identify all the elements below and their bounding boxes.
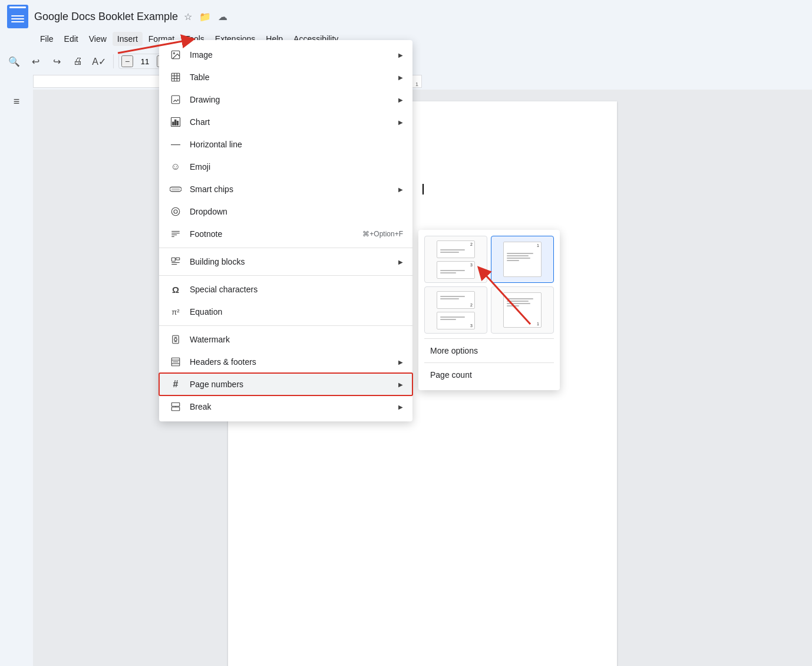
page-number-option-4[interactable]: 1 xyxy=(491,286,554,334)
svg-rect-21 xyxy=(176,258,180,260)
special-characters-icon: Ω xyxy=(169,282,183,296)
menu-item-equation[interactable]: π² Equation xyxy=(159,301,412,323)
star-icon[interactable]: ☆ xyxy=(184,11,192,22)
page-numbers-submenu: 2 3 1 xyxy=(418,230,560,390)
search-button[interactable]: 🔍 xyxy=(5,52,24,71)
equation-icon: π² xyxy=(169,305,183,319)
smart-chips-icon xyxy=(169,182,183,196)
svg-rect-24 xyxy=(173,335,179,344)
cloud-icon[interactable]: ☁ xyxy=(218,11,227,22)
outline-icon[interactable]: ≡ xyxy=(14,95,20,108)
print-button[interactable]: 🖨 xyxy=(68,52,87,71)
headers-footers-arrow: ▶ xyxy=(398,359,403,365)
footnote-shortcut: ⌘+Option+F xyxy=(362,230,403,238)
break-label: Break xyxy=(190,402,394,411)
equation-label: Equation xyxy=(190,307,403,316)
building-blocks-label: Building blocks xyxy=(190,257,394,266)
toolbar-separator-1 xyxy=(113,54,114,68)
menu-item-break[interactable]: Break ▶ xyxy=(159,395,412,418)
drawing-icon xyxy=(169,93,183,107)
drawing-label: Drawing xyxy=(190,95,394,104)
pn-page-3b: 3 xyxy=(437,312,475,329)
menu-item-special-characters[interactable]: Ω Special characters xyxy=(159,278,412,301)
headers-footers-icon xyxy=(169,355,183,369)
pn-page-1a: 2 xyxy=(437,240,475,258)
pn-page-count[interactable]: Page count xyxy=(424,365,554,384)
document-title: Google Docs Booklet Example xyxy=(34,11,178,23)
undo-button[interactable]: ↩ xyxy=(26,52,45,71)
menu-item-image[interactable]: Image ▶ xyxy=(159,44,412,66)
svg-rect-20 xyxy=(171,258,175,261)
svg-rect-2 xyxy=(171,73,180,81)
menu-item-table[interactable]: Table ▶ xyxy=(159,66,412,88)
footnote-label: Footnote xyxy=(190,229,358,239)
headers-footers-label: Headers & footers xyxy=(190,357,394,367)
pn-more-options[interactable]: More options xyxy=(424,341,554,360)
page-numbers-arrow: ▶ xyxy=(398,381,403,388)
chart-arrow: ▶ xyxy=(398,119,403,126)
page-number-option-2[interactable]: 1 xyxy=(491,236,554,283)
page-numbers-label: Page numbers xyxy=(190,380,394,389)
menu-divider-3 xyxy=(159,325,412,326)
page-number-option-3[interactable]: 2 3 xyxy=(424,286,487,334)
emoji-icon: ☺ xyxy=(169,160,183,174)
horizontal-line-icon: — xyxy=(169,137,183,151)
emoji-label: Emoji xyxy=(190,162,403,172)
menu-divider-1 xyxy=(159,248,412,248)
footnote-icon xyxy=(169,227,183,241)
doc-icon-decoration xyxy=(11,15,24,22)
pn-page-3a: 2 xyxy=(437,291,475,309)
svg-rect-9 xyxy=(173,122,174,125)
menu-item-horizontal-line[interactable]: — Horizontal line xyxy=(159,133,412,156)
image-arrow: ▶ xyxy=(398,52,403,58)
building-blocks-arrow: ▶ xyxy=(398,259,403,265)
svg-rect-32 xyxy=(171,403,180,406)
page-number-options-grid: 2 3 1 xyxy=(424,236,554,334)
app-icon xyxy=(7,5,28,28)
chart-icon xyxy=(169,115,183,129)
menu-insert[interactable]: Insert xyxy=(113,32,143,46)
menu-item-drawing[interactable]: Drawing ▶ xyxy=(159,88,412,111)
svg-point-25 xyxy=(174,338,177,341)
dropdown-label: Dropdown xyxy=(190,207,403,216)
insert-dropdown-menu: Image ▶ Table ▶ Drawing ▶ xyxy=(159,40,412,421)
menu-item-headers-footers[interactable]: Headers & footers ▶ xyxy=(159,351,412,373)
page-number-option-1[interactable]: 2 3 xyxy=(424,236,487,283)
menu-item-footnote[interactable]: Footnote ⌘+Option+F xyxy=(159,223,412,245)
pn-page-2: 1 xyxy=(503,242,542,277)
font-size-decrease[interactable]: − xyxy=(121,55,133,67)
svg-rect-10 xyxy=(175,120,176,125)
spellcheck-button[interactable]: A✓ xyxy=(90,52,108,71)
menu-view[interactable]: View xyxy=(84,32,111,46)
title-row: Google Docs Booklet Example ☆ 📁 ☁ xyxy=(7,5,805,28)
menu-item-emoji[interactable]: ☺ Emoji xyxy=(159,156,412,178)
font-size-input[interactable] xyxy=(134,57,156,66)
menu-item-building-blocks[interactable]: Building blocks ▶ xyxy=(159,250,412,273)
pn-divider-2 xyxy=(424,362,554,363)
left-sidebar: ≡ xyxy=(0,90,33,666)
page-numbers-icon: # xyxy=(169,377,183,391)
watermark-icon xyxy=(169,332,183,347)
pn-page-1b: 3 xyxy=(437,261,475,279)
text-cursor xyxy=(422,184,424,194)
break-arrow: ▶ xyxy=(398,404,403,410)
menu-item-smart-chips[interactable]: Smart chips ▶ xyxy=(159,178,412,200)
menu-edit[interactable]: Edit xyxy=(60,32,83,46)
table-arrow: ▶ xyxy=(398,74,403,81)
svg-point-14 xyxy=(171,207,180,216)
image-label: Image xyxy=(190,50,394,60)
menu-item-chart[interactable]: Chart ▶ xyxy=(159,111,412,133)
menu-item-page-numbers[interactable]: # Page numbers ▶ xyxy=(159,373,412,395)
menu-file[interactable]: File xyxy=(35,32,58,46)
image-icon xyxy=(169,48,183,62)
svg-rect-7 xyxy=(171,95,180,104)
menu-item-watermark[interactable]: Watermark xyxy=(159,328,412,351)
chart-label: Chart xyxy=(190,117,394,127)
folder-icon[interactable]: 📁 xyxy=(199,11,211,22)
title-icons: ☆ 📁 ☁ xyxy=(184,11,227,22)
redo-button[interactable]: ↪ xyxy=(47,52,66,71)
table-icon xyxy=(169,70,183,84)
menu-item-dropdown[interactable]: Dropdown xyxy=(159,200,412,223)
pn-divider-1 xyxy=(424,338,554,339)
horizontal-line-label: Horizontal line xyxy=(190,140,403,149)
